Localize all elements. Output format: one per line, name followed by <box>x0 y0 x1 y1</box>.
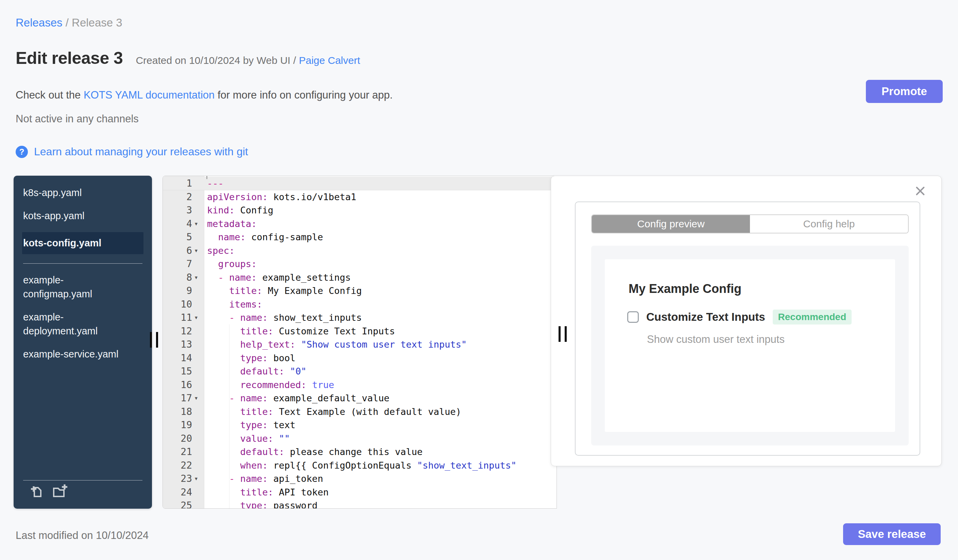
pane-resize-handle-right[interactable] <box>558 326 569 342</box>
code-line-20[interactable]: 20 value: "" <box>163 432 557 446</box>
breadcrumb-separator: / <box>63 16 72 29</box>
code-line-11[interactable]: 11▾ - name: show_text_inputs <box>163 311 557 324</box>
line-number: 14 <box>181 353 192 364</box>
config-item-label: Customize Text Inputs <box>646 310 765 323</box>
promote-button[interactable]: Promote <box>866 80 943 103</box>
line-number: 20 <box>181 433 192 444</box>
fold-arrow-icon[interactable]: ▾ <box>192 220 200 227</box>
tab-config-preview[interactable]: Config preview <box>592 215 750 233</box>
code-line-21[interactable]: 21 default: please change this value <box>163 445 557 459</box>
code-rows: 1---2apiVersion: kots.io/v1beta13kind: C… <box>163 177 557 509</box>
customize-text-inputs-checkbox[interactable] <box>627 311 639 323</box>
recommended-badge: Recommended <box>773 310 852 324</box>
file-tree-item-k8s-app-yaml[interactable]: k8s-app.yaml <box>14 186 152 200</box>
doc-prefix: Check out the <box>16 89 84 101</box>
line-number: 15 <box>181 365 192 377</box>
line-number: 13 <box>181 339 192 350</box>
code-line-4[interactable]: 4▾metadata: <box>163 217 557 231</box>
code-line-12[interactable]: 12 title: Customize Text Inputs <box>163 324 557 338</box>
preview-tab-bar: Config preview Config help <box>591 214 909 233</box>
doc-line: Check out the KOTS YAML documentation fo… <box>16 89 393 101</box>
code-line-18[interactable]: 18 title: Text Example (with default val… <box>163 405 557 419</box>
new-file-icon[interactable] <box>29 484 45 500</box>
kots-yaml-doc-link[interactable]: KOTS YAML documentation <box>84 89 214 101</box>
file-tree-sidebar: k8s-app.yamlkots-app.yamlkots-config.yam… <box>14 176 152 509</box>
line-number: 21 <box>181 446 192 457</box>
file-tree-item-kots-config-yaml[interactable]: kots-config.yaml <box>22 232 143 254</box>
handle-bar <box>150 332 152 348</box>
line-number: 9 <box>186 285 192 296</box>
config-group-title: My Example Config <box>628 282 741 296</box>
yaml-code-editor[interactable]: 1---2apiVersion: kots.io/v1beta13kind: C… <box>162 176 557 509</box>
code-line-10[interactable]: 10 items: <box>163 298 557 311</box>
line-number: 2 <box>186 191 192 202</box>
author-link[interactable]: Paige Calvert <box>299 55 360 66</box>
code-line-19[interactable]: 19 type: text <box>163 418 557 432</box>
git-releases-link[interactable]: Learn about managing your releases with … <box>34 146 248 158</box>
code-line-15[interactable]: 15 default: "0" <box>163 365 557 378</box>
line-number: 5 <box>186 231 192 243</box>
code-line-23[interactable]: 23▾ - name: api_token <box>163 472 557 486</box>
code-line-25[interactable]: 25 type: password <box>163 499 557 509</box>
handle-bar <box>156 332 158 348</box>
file-tree-divider <box>23 263 143 264</box>
code-line-17[interactable]: 17▾ - name: example_default_value <box>163 391 557 405</box>
close-icon[interactable] <box>914 185 926 197</box>
help-question-icon[interactable]: ? <box>16 146 28 158</box>
config-item-row: Customize Text Inputs Recommended <box>627 310 852 324</box>
line-number: 23 <box>181 473 192 484</box>
code-line-22[interactable]: 22 when: repl{{ ConfigOptionEquals "show… <box>163 459 557 472</box>
fold-arrow-icon[interactable]: ▾ <box>192 247 200 254</box>
tab-config-help[interactable]: Config help <box>750 215 908 233</box>
code-line-5[interactable]: 5 name: config-sample <box>163 230 557 244</box>
line-number: 1 <box>186 178 192 189</box>
handle-bar <box>558 326 561 342</box>
breadcrumb: Releases / Release 3 <box>16 16 122 29</box>
preview-body: My Example Config Customize Text Inputs … <box>591 246 909 446</box>
line-number: 3 <box>186 204 192 216</box>
handle-bar <box>565 326 567 342</box>
config-item-help-text: Show custom user text inputs <box>647 333 785 346</box>
code-line-2[interactable]: 2apiVersion: kots.io/v1beta1 <box>163 190 557 204</box>
created-line: Created on 10/10/2024 by Web UI / Paige … <box>136 55 360 66</box>
line-number: 22 <box>181 460 192 471</box>
code-line-9[interactable]: 9 title: My Example Config <box>163 284 557 298</box>
channel-status: Not active in any channels <box>16 113 139 125</box>
line-number: 18 <box>181 406 192 417</box>
line-number: 10 <box>181 299 192 310</box>
line-number: 12 <box>181 326 192 337</box>
fold-arrow-icon[interactable]: ▾ <box>192 314 200 321</box>
file-tree-item-example-service-yaml[interactable]: example-service.yaml <box>14 347 152 361</box>
breadcrumb-current: Release 3 <box>72 16 122 29</box>
preview-inner-card: Config preview Config help My Example Co… <box>575 201 920 456</box>
fold-arrow-icon[interactable]: ▾ <box>192 475 200 482</box>
code-line-6[interactable]: 6▾spec: <box>163 244 557 258</box>
line-number: 4 <box>186 218 192 229</box>
code-line-8[interactable]: 8▾ - name: example_settings <box>163 271 557 285</box>
file-tree-item-kots-app-yaml[interactable]: kots-app.yaml <box>14 209 152 223</box>
save-release-button[interactable]: Save release <box>843 523 941 545</box>
new-folder-icon[interactable] <box>50 484 69 500</box>
doc-suffix: for more info on configuring your app. <box>214 89 393 101</box>
code-line-7[interactable]: 7 groups: <box>163 257 557 271</box>
code-line-3[interactable]: 3kind: Config <box>163 204 557 217</box>
breadcrumb-releases-link[interactable]: Releases <box>16 16 63 29</box>
code-line-13[interactable]: 13 help_text: "Show custom user text inp… <box>163 338 557 351</box>
code-line-24[interactable]: 24 title: API token <box>163 486 557 499</box>
text-cursor <box>206 176 207 179</box>
line-number: 8 <box>186 272 192 283</box>
file-tree-item-example-configmap-yaml[interactable]: example-configmap.yaml <box>14 273 152 301</box>
code-line-1[interactable]: 1--- <box>163 177 557 190</box>
line-number: 11 <box>181 312 192 323</box>
line-number: 6 <box>186 245 192 256</box>
code-line-16[interactable]: 16 recommended: true <box>163 378 557 392</box>
line-number: 19 <box>181 419 192 430</box>
config-group-card: My Example Config Customize Text Inputs … <box>605 259 895 432</box>
fold-arrow-icon[interactable]: ▾ <box>192 274 200 281</box>
file-tree-item-example-deployment-yaml[interactable]: example-deployment.yaml <box>14 310 152 338</box>
line-number: 25 <box>181 500 192 509</box>
code-line-14[interactable]: 14 type: bool <box>163 351 557 365</box>
last-modified-text: Last modified on 10/10/2024 <box>16 530 149 542</box>
pane-resize-handle-left[interactable] <box>150 332 160 348</box>
fold-arrow-icon[interactable]: ▾ <box>192 395 200 401</box>
